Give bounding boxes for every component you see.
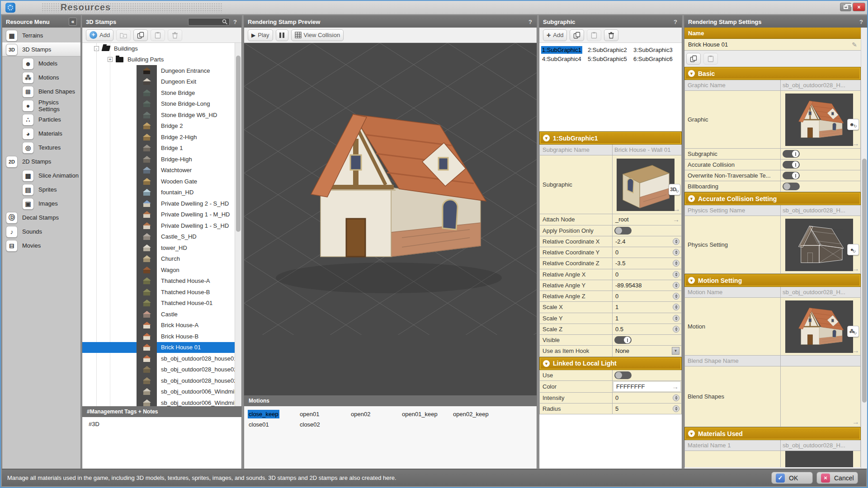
- sidebar-item-models[interactable]: ☻Models: [2, 56, 80, 70]
- prop-value-color[interactable]: FFFFFFFF→: [613, 381, 681, 392]
- tree-scrollbar[interactable]: [235, 43, 241, 406]
- motion-thumbnail[interactable]: ⁂↻ →: [781, 298, 860, 355]
- arrow-icon[interactable]: →: [852, 347, 859, 355]
- arrow-icon[interactable]: →: [852, 418, 859, 426]
- graphic-thumbnail[interactable]: ☻↻ →: [781, 91, 860, 148]
- sidebar-item-decal-stamps[interactable]: ⒹDecal Stamps: [2, 211, 80, 225]
- paste-subgraphic-button[interactable]: [587, 29, 601, 41]
- pause-button[interactable]: [276, 29, 288, 41]
- tree-item-stone-bridge-w6-hd[interactable]: Stone Bridge W6_HD: [82, 109, 235, 121]
- sidebar-item-particles[interactable]: ∴Particles: [2, 113, 80, 127]
- toggle-switch[interactable]: [614, 336, 632, 344]
- motion-section-header[interactable]: ▾ Motion Setting: [684, 274, 861, 287]
- tree-scrollbar-thumb[interactable]: [236, 56, 241, 232]
- tree-item-sb-obj-outdoor028-house02-01[interactable]: sb_obj_outdoor028_house02_01: [82, 364, 235, 375]
- tree-item-wagon[interactable]: Wagon: [82, 264, 235, 276]
- ok-button[interactable]: ✓ OK: [771, 472, 813, 484]
- prop-value-use-as-item-hook[interactable]: None▼: [613, 346, 681, 356]
- subgraphic-section-header[interactable]: ▾ 1:SubGraphic1: [539, 131, 682, 145]
- tree-item-dungeon-entrance[interactable]: Dungeon Entrance: [82, 65, 235, 76]
- motion-item-open02-keep[interactable]: open02_keep: [451, 409, 502, 419]
- basic-section-header[interactable]: ▾ Basic: [684, 67, 861, 80]
- spinner-icon[interactable]: [673, 249, 679, 256]
- add-stamp-button[interactable]: + Add: [86, 29, 113, 41]
- restore-button[interactable]: [840, 3, 851, 11]
- prop-value-relative-angle-x[interactable]: 0: [613, 269, 681, 280]
- tree-item-thatched-house-b[interactable]: Thatched House-B: [82, 286, 235, 298]
- tree-item-wooden-gate[interactable]: Wooden Gate: [82, 176, 235, 187]
- prop-value-scale-z[interactable]: 0.5: [613, 324, 681, 334]
- spinner-icon[interactable]: [673, 271, 679, 278]
- tree-item-watchtower[interactable]: Watchtower: [82, 165, 235, 176]
- tree-item-building-parts[interactable]: +Building Parts: [82, 54, 235, 66]
- spinner-icon[interactable]: [673, 293, 679, 300]
- tree-item-castle[interactable]: Castle: [82, 309, 235, 320]
- prop-value-visible[interactable]: [613, 335, 681, 345]
- tree-item-tower-hd[interactable]: tower_HD: [82, 242, 235, 253]
- tree-item-brick-house-01[interactable]: Brick House 01: [82, 342, 235, 353]
- sidebar-item-blend-shapes[interactable]: ⊞Blend Shapes: [2, 84, 80, 99]
- expand-icon[interactable]: +: [108, 57, 113, 62]
- tree-item-bridge-2-high[interactable]: Bridge 2-High: [82, 131, 235, 143]
- toggle-switch[interactable]: [614, 227, 632, 235]
- tree-item-sb-obj-outdoor006-windmill01-l[interactable]: sb_obj_outdoor006_Windmill01_l: [82, 386, 235, 398]
- tree-item-thatched-house-01[interactable]: Thatched House-01: [82, 298, 235, 309]
- sidebar-item-slice-animation[interactable]: ▩Slice Animation: [2, 169, 80, 183]
- tree-item-bridge-high[interactable]: Bridge-High: [82, 154, 235, 165]
- prop-value-subgraphic[interactable]: [781, 149, 860, 159]
- sidebar-item-sounds[interactable]: ♪Sounds: [2, 225, 80, 239]
- swap-physics-icon[interactable]: ●↻: [847, 244, 859, 255]
- help-button[interactable]: ?: [232, 19, 238, 25]
- tree-item-bridge-2[interactable]: Bridge 2: [82, 121, 235, 132]
- arrow-icon[interactable]: →: [852, 140, 859, 148]
- motion-item-close02[interactable]: close02: [298, 419, 349, 430]
- toggle-switch[interactable]: [783, 161, 800, 169]
- subgraphic-tab-4[interactable]: 4:SubGraphic4: [541, 55, 587, 64]
- toggle-switch[interactable]: [783, 172, 800, 179]
- settings-scrollbar-thumb[interactable]: [862, 159, 867, 403]
- subgraphic-tab-2[interactable]: 2:SubGraphic2: [587, 46, 632, 55]
- tree-item-castle-s-hd[interactable]: Castle_S_HD: [82, 231, 235, 243]
- paste-stamp-button[interactable]: [151, 29, 165, 41]
- tree-item-fountain-hd[interactable]: fountain_HD: [82, 187, 235, 198]
- prop-value-attach-node[interactable]: _root→: [613, 214, 681, 225]
- sidebar-item-textures[interactable]: ◎Textures: [2, 141, 80, 155]
- tree-item-brick-house-a[interactable]: Brick House-A: [82, 320, 235, 331]
- help-button[interactable]: ?: [528, 19, 533, 25]
- tree-item-bridge-1[interactable]: Bridge 1: [82, 143, 235, 154]
- copy-stamp-button[interactable]: [133, 29, 148, 41]
- motion-item-close01[interactable]: close01: [247, 419, 298, 430]
- sidebar-item-3d-stamps[interactable]: 3D3D Stamps: [2, 42, 80, 56]
- spinner-icon[interactable]: [673, 326, 679, 333]
- copy-settings-button[interactable]: [686, 53, 701, 65]
- prop-value-overwrite-non-traversable-te[interactable]: [781, 170, 860, 181]
- subgraphic-tab-5[interactable]: 5:SubGraphic5: [587, 55, 632, 64]
- spinner-icon[interactable]: [673, 304, 679, 310]
- prop-value-use[interactable]: [613, 370, 681, 380]
- add-folder-button[interactable]: [116, 29, 131, 41]
- tree-item-private-dwelling-2-s-hd[interactable]: Private Dwelling 2 - S_HD: [82, 198, 235, 209]
- tree-item-church[interactable]: Church: [82, 253, 235, 265]
- prop-value-relative-coordinate-z[interactable]: -3.5: [613, 258, 681, 268]
- add-subgraphic-button[interactable]: + Add: [543, 29, 567, 41]
- sidebar-item-sprites[interactable]: ▤Sprites: [2, 183, 80, 197]
- tree-item-private-dwelling-1-s-hd[interactable]: Private Dwelling 1 - S_HD: [82, 220, 235, 231]
- prop-value-accurate-collision[interactable]: [781, 160, 860, 170]
- motion-item-open01[interactable]: open01: [298, 409, 349, 419]
- management-tags-input[interactable]: #3D: [82, 417, 241, 469]
- swap-motion-icon[interactable]: ⁂↻: [847, 326, 859, 337]
- tree-item-dungeon-exit[interactable]: Dungeon Exit: [82, 76, 235, 88]
- spinner-icon[interactable]: [673, 282, 679, 289]
- spinner-icon[interactable]: [673, 260, 679, 267]
- close-button[interactable]: ×: [853, 3, 865, 11]
- sidebar-item-images[interactable]: ▣Images: [2, 197, 80, 211]
- collapse-icon[interactable]: -: [94, 46, 99, 51]
- settings-scrollbar[interactable]: [861, 28, 868, 469]
- search-input[interactable]: [188, 18, 230, 26]
- swap-model-icon[interactable]: ☻↻: [847, 119, 859, 130]
- tree-item-sb-obj-outdoor006-windmill01-s[interactable]: sb_obj_outdoor006_Windmill01_s: [82, 397, 235, 406]
- tree-item-private-dwelling-1-m-hd[interactable]: Private Dwelling 1 - M_HD: [82, 209, 235, 221]
- tree-item-stone-bridge[interactable]: Stone Bridge: [82, 87, 235, 99]
- edit-name-icon[interactable]: ✎: [852, 41, 857, 48]
- collision-section-header[interactable]: ▾ Accurate Collision Setting: [684, 192, 861, 205]
